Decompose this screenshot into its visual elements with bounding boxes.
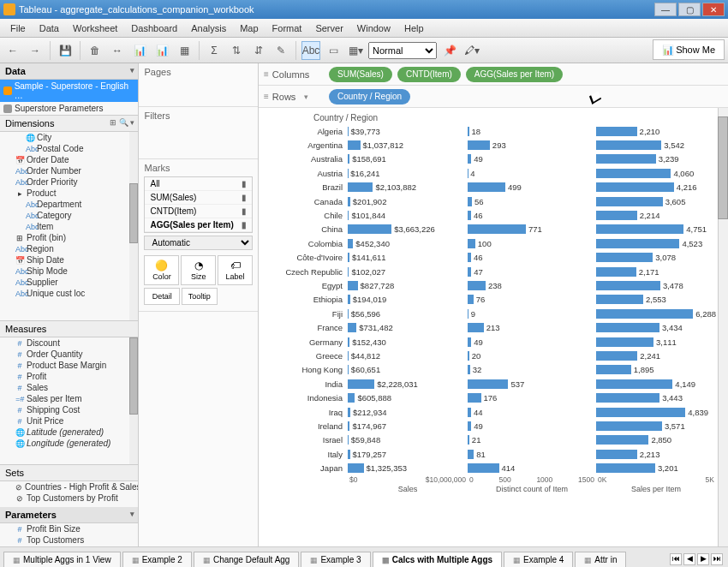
presentation-button[interactable]: ▭: [324, 41, 343, 60]
table-row[interactable]: Iraq$212,934444,839: [262, 405, 716, 419]
table-row[interactable]: Hong Kong$60,651321,895: [262, 363, 716, 377]
highlight-button[interactable]: ✎: [272, 41, 290, 60]
set-item[interactable]: ⊘Top Customers by Profit: [0, 492, 138, 504]
table-row[interactable]: Colombia$452,3401004,523: [262, 236, 716, 250]
datasource-active[interactable]: Sample - Superstore - English …: [0, 80, 138, 102]
menu-map[interactable]: Map: [233, 23, 265, 33]
table-row[interactable]: Czech Republic$102,027472,171: [262, 265, 716, 278]
color-button[interactable]: 🟡Color: [144, 255, 179, 285]
minimize-button[interactable]: —: [654, 3, 677, 16]
table-row[interactable]: Greece$44,812202,241: [262, 349, 716, 362]
table-row[interactable]: Israel$59,848212,850: [262, 433, 716, 447]
menu-analysis[interactable]: Analysis: [184, 23, 233, 33]
table-row[interactable]: Fiji$56,59696,288: [262, 307, 716, 320]
table-row[interactable]: Algeria$39,773182,210: [262, 124, 716, 138]
tab-nav-button[interactable]: ⏭: [711, 553, 723, 565]
marks-tab[interactable]: SUM(Sales)▮: [145, 191, 252, 205]
forward-button[interactable]: →: [26, 41, 45, 60]
group-button[interactable]: ▦: [175, 41, 194, 60]
size-button[interactable]: ◔Size: [181, 255, 216, 285]
dimension-item[interactable]: 📅Ship Date: [0, 254, 138, 266]
tab-nav-button[interactable]: ⏮: [670, 553, 682, 565]
table-row[interactable]: Côte-d'Ivoire$141,611463,078: [262, 251, 716, 265]
dimension-item[interactable]: AbcDepartment: [0, 199, 138, 210]
measure-item[interactable]: 🌐Longitude (generated): [0, 438, 138, 449]
detail-button[interactable]: Detail: [144, 288, 180, 305]
sort-button[interactable]: ⇅: [227, 41, 246, 60]
param-item[interactable]: #Top Customers: [0, 534, 138, 546]
maximize-button[interactable]: ▢: [678, 3, 701, 16]
measure-item[interactable]: #Sales: [0, 382, 138, 393]
measure-item[interactable]: #Profit: [0, 371, 138, 382]
table-row[interactable]: Egypt$827,7282383,478: [262, 278, 716, 292]
sheet-tab[interactable]: ▦Change Default Agg: [194, 552, 300, 567]
close-button[interactable]: ✕: [702, 3, 725, 16]
table-row[interactable]: Australia$158,691493,239: [262, 152, 716, 166]
mark-type-select[interactable]: Automatic: [144, 236, 253, 250]
column-pill[interactable]: CNTD(Item): [397, 67, 461, 82]
dimension-item[interactable]: ▸Product: [0, 188, 138, 199]
measure-item[interactable]: #Product Base Margin: [0, 360, 138, 371]
table-row[interactable]: Brazil$2,103,8824994,216: [262, 181, 716, 194]
sort-desc-button[interactable]: 📊: [152, 41, 171, 60]
fit-select[interactable]: Normal: [368, 42, 437, 59]
dimension-item[interactable]: AbcOrder Priority: [0, 176, 138, 188]
dimension-item[interactable]: AbcUnique cust loc: [0, 288, 138, 299]
sheet-tab[interactable]: ▦Example 3: [301, 552, 370, 567]
tab-nav-button[interactable]: ◀: [683, 553, 695, 565]
marks-tab[interactable]: AGG(Sales per Item)▮: [145, 218, 252, 232]
measure-item[interactable]: 🌐Latitude (generated): [0, 427, 138, 438]
viz-body[interactable]: Country / Region Algeria$39,773182,210Ar…: [259, 108, 728, 546]
measure-item[interactable]: =#Sales per Item: [0, 393, 138, 404]
table-row[interactable]: Ireland$174,967493,571: [262, 419, 716, 433]
table-row[interactable]: Germany$152,430493,111: [262, 335, 716, 349]
show-me-button[interactable]: Show Me: [653, 39, 725, 60]
dimension-item[interactable]: AbcOrder Number: [0, 165, 138, 176]
column-pill[interactable]: SUM(Sales): [329, 67, 392, 82]
table-row[interactable]: France$731,4822133,434: [262, 320, 716, 334]
table-row[interactable]: India$2,228,0315374,149: [262, 377, 716, 391]
dimension-item[interactable]: AbcPostal Code: [0, 143, 138, 154]
table-row[interactable]: Argentina$1,037,8122933,542: [262, 138, 716, 152]
menu-format[interactable]: Format: [266, 23, 309, 33]
param-item[interactable]: #Profit Bin Size: [0, 523, 138, 534]
measure-item[interactable]: #Order Quantity: [0, 349, 138, 360]
dimension-item[interactable]: AbcSupplier: [0, 277, 138, 288]
table-row[interactable]: China$3,663,2267714,751: [262, 223, 716, 236]
sheet-tab[interactable]: ▦Example 4: [504, 552, 573, 567]
highlight2-button[interactable]: 🖍▾: [462, 41, 481, 60]
table-row[interactable]: Indonesia$605,8881763,443: [262, 391, 716, 404]
column-pill[interactable]: AGG(Sales per Item): [466, 67, 563, 82]
table-row[interactable]: Chile$101,844462,214: [262, 208, 716, 222]
tab-nav-button[interactable]: ▶: [697, 553, 709, 565]
table-row[interactable]: Austria$16,24144,060: [262, 166, 716, 180]
pages-shelf[interactable]: Pages: [139, 63, 258, 107]
dimension-item[interactable]: AbcShip Mode: [0, 266, 138, 277]
measure-item[interactable]: #Shipping Cost: [0, 404, 138, 415]
back-button[interactable]: ←: [3, 41, 22, 60]
menu-data[interactable]: Data: [33, 23, 66, 33]
menu-help[interactable]: Help: [397, 23, 431, 33]
set-item[interactable]: ⊘Countries - High Profit & Sales: [0, 481, 138, 492]
measure-item[interactable]: #Discount: [0, 337, 138, 349]
dimension-item[interactable]: AbcCategory: [0, 210, 138, 221]
sheet-tab[interactable]: ▦Example 2: [122, 552, 192, 567]
totals-button[interactable]: Σ: [205, 41, 224, 60]
columns-shelf[interactable]: ≡Columns SUM(Sales) CNTD(Item) AGG(Sales…: [259, 63, 728, 86]
rows-shelf[interactable]: ≡Rows▾ Country / Region: [259, 86, 728, 108]
dimension-item[interactable]: ⊞Profit (bin): [0, 232, 138, 243]
menu-worksheet[interactable]: Worksheet: [66, 23, 124, 33]
undo-button[interactable]: 🗑: [86, 41, 104, 60]
viz-scrollbar[interactable]: [718, 108, 728, 546]
sort-asc-button[interactable]: 📊: [130, 41, 149, 60]
filters-shelf[interactable]: Filters: [139, 107, 258, 159]
sort2-button[interactable]: ⇵: [249, 41, 268, 60]
measure-item[interactable]: #Unit Price: [0, 415, 138, 427]
fit-dropdown[interactable]: ▦▾: [346, 41, 365, 60]
dimension-item[interactable]: 📅Order Date: [0, 154, 138, 165]
table-row[interactable]: Ethiopia$194,019762,553: [262, 293, 716, 307]
tooltip-button[interactable]: Tooltip: [182, 288, 218, 305]
row-pill[interactable]: Country / Region: [329, 89, 410, 104]
marks-tab[interactable]: All▮: [145, 177, 252, 191]
swap-button[interactable]: ↔: [108, 41, 127, 60]
